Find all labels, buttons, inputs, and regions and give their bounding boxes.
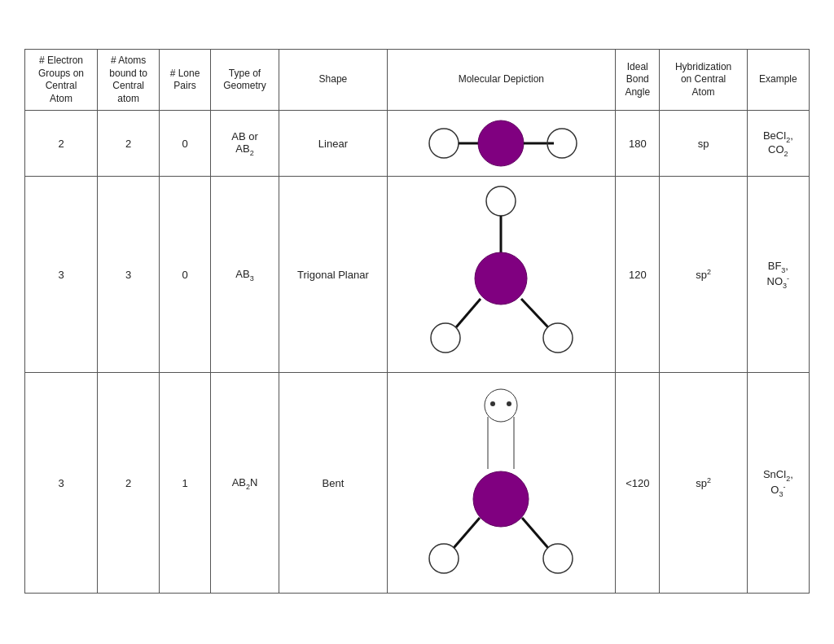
cell-shape: Trigonal Planar xyxy=(279,177,387,373)
cell-electron-groups: 2 xyxy=(25,111,98,177)
svg-point-13 xyxy=(490,401,495,406)
cell-atoms-bound: 2 xyxy=(98,111,160,177)
cell-lone-pairs: 0 xyxy=(160,177,211,373)
cell-geometry: AB2N xyxy=(210,373,279,594)
svg-point-0 xyxy=(429,129,459,158)
svg-point-5 xyxy=(486,186,516,216)
svg-point-17 xyxy=(473,471,529,527)
cell-geometry: AB3 xyxy=(210,177,279,373)
svg-point-12 xyxy=(485,389,517,422)
cell-bond-angle: <120 xyxy=(616,373,660,594)
page: # ElectronGroups onCentralAtom # Atomsbo… xyxy=(0,0,834,644)
cell-example: BF3,NO3- xyxy=(747,177,809,373)
cell-bond-angle: 180 xyxy=(616,111,660,177)
header-bond-angle: IdealBondAngle xyxy=(616,50,660,111)
svg-point-21 xyxy=(543,544,573,573)
cell-molecular-depiction xyxy=(387,177,616,373)
svg-line-9 xyxy=(521,299,548,327)
cell-electron-groups: 3 xyxy=(25,177,98,373)
cell-lone-pairs: 1 xyxy=(160,373,211,594)
cell-lone-pairs: 0 xyxy=(160,111,211,177)
cell-geometry: AB orAB2 xyxy=(210,111,279,177)
cell-atoms-bound: 3 xyxy=(98,177,160,373)
table-row: 321AB2NBent <120sp2SnCl2,O3- xyxy=(25,373,810,594)
header-shape: Shape xyxy=(279,50,387,111)
cell-example: SnCl2,O3- xyxy=(747,373,809,594)
cell-shape: Bent xyxy=(279,373,387,594)
header-example: Example xyxy=(747,50,809,111)
svg-line-8 xyxy=(456,299,481,327)
svg-point-10 xyxy=(431,323,460,353)
svg-point-7 xyxy=(475,252,527,304)
header-atoms-bound: # Atomsbound toCentralatom xyxy=(98,50,160,111)
cell-molecular-depiction xyxy=(387,111,616,177)
cell-hybridization: sp xyxy=(660,111,747,177)
svg-point-20 xyxy=(429,544,459,573)
table-row: 220AB orAB2Linear 180spBeCl2,CO2 xyxy=(25,111,810,177)
svg-point-11 xyxy=(543,323,573,353)
chemistry-table: # ElectronGroups onCentralAtom # Atomsbo… xyxy=(24,49,810,594)
header-hybridization: Hybridizationon CentralAtom xyxy=(660,50,747,111)
svg-point-2 xyxy=(478,120,524,166)
svg-line-18 xyxy=(454,518,480,548)
header-lone-pairs: # LonePairs xyxy=(160,50,211,111)
cell-molecular-depiction xyxy=(387,373,616,594)
cell-bond-angle: 120 xyxy=(616,177,660,373)
cell-example: BeCl2,CO2 xyxy=(747,111,809,177)
cell-electron-groups: 3 xyxy=(25,373,98,594)
svg-line-19 xyxy=(522,518,548,548)
header-molecular-depiction: Molecular Depiction xyxy=(387,50,616,111)
header-geometry: Type ofGeometry xyxy=(210,50,279,111)
cell-hybridization: sp2 xyxy=(660,177,747,373)
cell-atoms-bound: 2 xyxy=(98,373,160,594)
svg-point-14 xyxy=(507,401,511,406)
cell-shape: Linear xyxy=(279,111,387,177)
table-row: 330AB3Trigonal Planar 120sp2BF3,NO3- xyxy=(25,177,810,373)
cell-hybridization: sp2 xyxy=(660,373,747,594)
header-electron-groups: # ElectronGroups onCentralAtom xyxy=(25,50,98,111)
